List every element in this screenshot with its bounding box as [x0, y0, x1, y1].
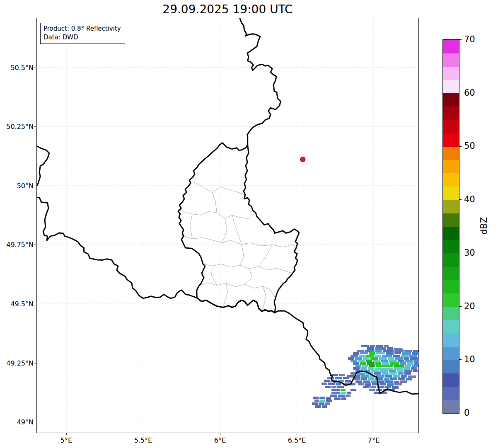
colorbar-segment	[443, 213, 459, 227]
lon-tick	[220, 433, 220, 435]
lat-tick	[34, 422, 36, 422]
lat-tick-label: 50.25°N	[6, 123, 34, 131]
colorbar-segment	[443, 66, 459, 80]
data-source-label: Data: DWD	[44, 33, 121, 42]
lon-tick	[297, 433, 297, 435]
colorbar-segment	[443, 373, 459, 387]
lon-tick-label: 5.5°E	[134, 436, 152, 444]
lat-tick-label: 49.25°N	[6, 359, 34, 367]
colorbar-segment	[443, 320, 459, 334]
colorbar-segment	[443, 240, 459, 254]
colorbar-segment	[443, 387, 459, 400]
colorbar-segment	[443, 253, 459, 267]
colorbar-segment	[443, 107, 459, 120]
colorbar-tick-label: 70	[464, 34, 475, 44]
colorbar-segment	[443, 120, 459, 133]
colorbar-segment	[443, 160, 459, 174]
colorbar-tick-label: 60	[464, 87, 475, 97]
colorbar-segment	[443, 266, 459, 280]
colorbar-tick	[459, 199, 462, 200]
colorbar-segment	[443, 133, 459, 147]
colorbar-tick-label: 0	[464, 408, 469, 418]
product-info-box: Product: 0.8° Reflectivity Data: DWD	[40, 23, 125, 44]
border-belgium-germany	[239, 18, 280, 145]
colorbar-tick-label: 50	[464, 141, 475, 151]
lon-tick-label: 7°E	[368, 436, 380, 444]
lon-tick	[66, 433, 67, 435]
lat-tick-label: 50°N	[17, 182, 34, 189]
lat-tick-label: 50.5°N	[10, 63, 34, 71]
radar-figure: { "title": "29.09.2025 19:00 UTC", "info…	[0, 0, 498, 448]
lat-tick	[34, 304, 36, 304]
colorbar-tick	[459, 413, 462, 413]
colorbar-segment	[443, 400, 459, 414]
colorbar-segment	[443, 200, 459, 213]
colorbar-tick-label: 40	[464, 194, 475, 204]
country-borders-layer	[36, 18, 419, 394]
colorbar-segment	[443, 360, 459, 373]
lon-tick-label: 5°E	[60, 436, 72, 444]
colorbar-tick	[459, 93, 462, 93]
colorbar	[442, 39, 459, 414]
colorbar-tick	[459, 39, 462, 40]
lat-tick	[34, 363, 36, 363]
colorbar-segment	[443, 227, 459, 240]
lat-tick	[34, 186, 36, 186]
colorbar-segment	[443, 280, 459, 293]
colorbar-tick-label: 10	[464, 354, 475, 364]
lat-tick-label: 49.75°N	[6, 241, 34, 249]
colorbar-tick-label: 20	[464, 301, 475, 311]
colorbar-segment	[443, 346, 459, 360]
lon-tick	[143, 433, 143, 435]
colorbar-segment	[443, 333, 459, 347]
lat-tick-label: 49°N	[17, 418, 34, 426]
lon-tick-label: 6°E	[214, 436, 226, 444]
colorbar-segment	[443, 80, 459, 94]
lat-tick	[34, 68, 36, 68]
lat-tick-label: 49.5°N	[10, 300, 34, 308]
colorbar-segment	[443, 173, 459, 187]
radar-site-marker	[300, 157, 305, 162]
colorbar-tick	[459, 253, 462, 253]
colorbar-segment	[443, 146, 459, 160]
lon-tick-label: 6.5°E	[288, 436, 306, 444]
colorbar-segment	[443, 53, 459, 67]
colorbar-tick	[459, 359, 462, 360]
radar-cells-layer	[312, 345, 419, 408]
lon-tick	[374, 433, 374, 435]
lat-tick	[34, 245, 36, 245]
border-luxembourg	[178, 143, 299, 313]
colorbar-segment	[443, 186, 459, 200]
colorbar-segment	[443, 40, 459, 53]
colorbar-segment	[443, 307, 459, 320]
admin-borders-layer	[180, 182, 296, 311]
lat-tick	[34, 126, 36, 127]
colorbar-unit-label: dBZ	[474, 216, 494, 236]
colorbar-tick-label: 30	[464, 247, 475, 257]
colorbar-segment	[443, 93, 459, 107]
colorbar-segment	[443, 293, 459, 307]
product-label: Product: 0.8° Reflectivity	[44, 24, 121, 33]
colorbar-tick	[459, 146, 462, 146]
figure-title: 29.09.2025 19:00 UTC	[36, 2, 419, 16]
map-canvas	[36, 18, 419, 433]
colorbar-tick	[459, 306, 462, 307]
